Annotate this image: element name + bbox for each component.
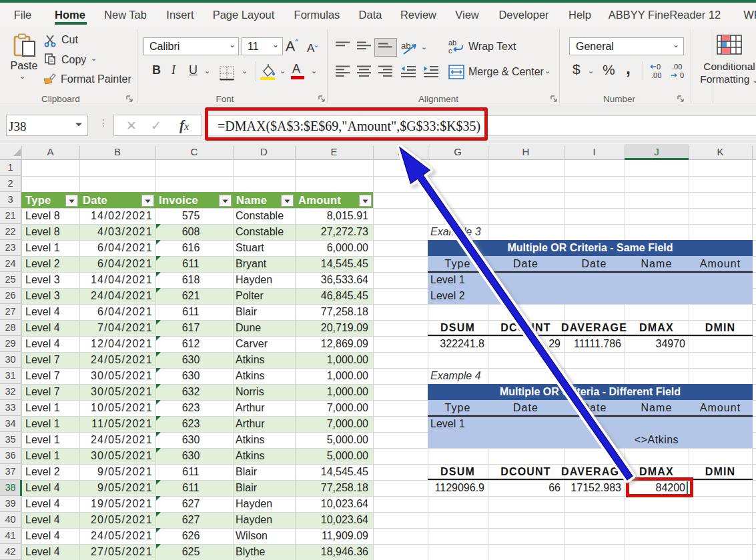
svg-text:0: 0 — [680, 71, 684, 79]
svg-text:.00: .00 — [672, 63, 682, 71]
svg-text:0: 0 — [657, 63, 661, 71]
svg-text:ab: ab — [448, 39, 456, 47]
svg-text:c: c — [448, 47, 452, 55]
svg-text:.00: .00 — [651, 71, 661, 79]
